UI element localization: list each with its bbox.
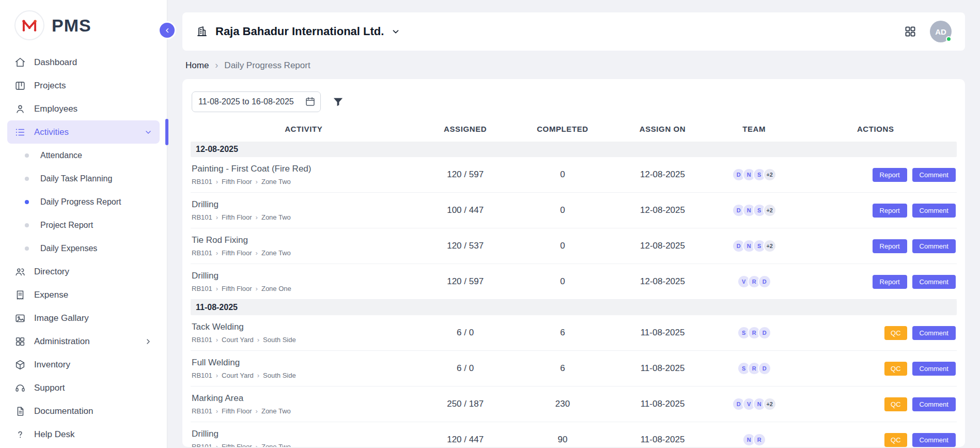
sidebar-item-support[interactable]: Support xyxy=(7,376,160,399)
activity-title[interactable]: Marking Area xyxy=(192,393,416,404)
assign-on-date: 12-08-2025 xyxy=(611,205,714,215)
user-avatar[interactable]: AD xyxy=(930,21,952,42)
chevron-right-icon: › xyxy=(216,249,218,257)
date-group-header: 12-08-2025 xyxy=(191,142,957,157)
report-button[interactable]: Report xyxy=(873,204,907,218)
qc-button[interactable]: QC xyxy=(884,326,907,340)
path-segment: South Side xyxy=(263,336,296,344)
comment-button[interactable]: Comment xyxy=(912,326,956,340)
qc-button[interactable]: QC xyxy=(884,433,907,447)
path-segment: Zone Two xyxy=(261,178,291,186)
activity-title[interactable]: Tack Welding xyxy=(192,322,416,332)
activity-cell: Tack WeldingRB101›Court Yard›South Side xyxy=(191,322,416,344)
sidebar-item-label: Documentation xyxy=(34,406,93,416)
row-actions: ReportComment xyxy=(795,239,957,253)
apps-grid-icon[interactable] xyxy=(904,25,916,38)
logo-mark-icon xyxy=(14,10,44,40)
comment-button[interactable]: Comment xyxy=(912,204,956,218)
path-segment: Fifth Floor xyxy=(222,178,252,186)
question-icon xyxy=(14,429,26,440)
team-avatars: DNS+2 xyxy=(714,239,795,253)
sidebar-item-image-gallery[interactable]: Image Gallary xyxy=(7,306,160,330)
qc-button[interactable]: QC xyxy=(884,362,907,376)
sidebar-subitem-daily-progress-report[interactable]: Daily Progress Report xyxy=(0,190,167,213)
sidebar-item-inventory[interactable]: Inventory xyxy=(7,353,160,376)
qc-button[interactable]: QC xyxy=(884,397,907,411)
breadcrumb-home-link[interactable]: Home xyxy=(185,60,209,71)
sidebar-item-label: Directory xyxy=(34,267,69,277)
activity-title[interactable]: Full Welding xyxy=(192,358,416,368)
activity-row: DrillingRB101›Fifth Floor›Zone One120 / … xyxy=(191,264,957,300)
filter-button[interactable] xyxy=(332,96,344,108)
column-header-assigned: ASSIGNED xyxy=(416,125,514,133)
comment-button[interactable]: Comment xyxy=(912,168,956,182)
sidebar-item-expense[interactable]: Expense xyxy=(7,283,160,306)
activity-title[interactable]: Tie Rod Fixing xyxy=(192,235,416,245)
activity-cell: Tie Rod FixingRB101›Fifth Floor›Zone Two xyxy=(191,235,416,257)
receipt-icon xyxy=(14,289,26,301)
activity-title[interactable]: Painting - First Coat (Fire Red) xyxy=(192,164,416,174)
report-button[interactable]: Report xyxy=(873,168,907,182)
sidebar-item-label: Help Desk xyxy=(34,429,74,440)
sidebar-item-activities[interactable]: Activities xyxy=(7,120,160,144)
sidebar-item-directory[interactable]: Directory xyxy=(7,260,160,283)
sidebar-subitem-daily-task-planning[interactable]: Daily Task Planning xyxy=(0,167,167,190)
sidebar-subitem-daily-expenses[interactable]: Daily Expenses xyxy=(0,237,167,260)
sidebar-item-employees[interactable]: Employees xyxy=(7,97,160,120)
topbar-actions: AD xyxy=(904,21,952,42)
assigned-value: 120 / 597 xyxy=(416,276,514,287)
sidebar-item-documentation[interactable]: Documentation xyxy=(7,399,160,423)
path-segment: RB101 xyxy=(192,407,212,415)
sidebar-item-administration[interactable]: Administration xyxy=(7,330,160,353)
chevron-right-icon: › xyxy=(256,213,258,221)
report-button[interactable]: Report xyxy=(873,239,907,253)
sidebar-item-dashboard[interactable]: Dashboard xyxy=(7,51,160,74)
team-avatar: D xyxy=(758,275,771,288)
completed-value: 0 xyxy=(514,241,611,251)
bullet-icon xyxy=(25,200,29,204)
assigned-value: 120 / 597 xyxy=(416,169,514,180)
report-card: ACTIVITY ASSIGNED COMPLETED ASSIGN ON TE… xyxy=(182,79,965,447)
sidebar-subitem-attendance[interactable]: Attendance xyxy=(0,144,167,167)
activity-title[interactable]: Drilling xyxy=(192,199,416,210)
row-actions: ReportComment xyxy=(795,168,957,182)
sidebar-collapse-button[interactable] xyxy=(160,23,175,38)
user-icon xyxy=(14,103,26,115)
sidebar-item-label: Inventory xyxy=(34,360,70,370)
comment-button[interactable]: Comment xyxy=(912,239,956,253)
assign-on-date: 11-08-2025 xyxy=(611,435,714,445)
path-segment: RB101 xyxy=(192,372,212,379)
sidebar-item-projects[interactable]: Projects xyxy=(7,74,160,97)
column-header-assign-on: ASSIGN ON xyxy=(611,125,714,133)
date-range-field xyxy=(192,91,321,112)
company-selector[interactable]: Raja Bahadur International Ltd. xyxy=(196,25,400,38)
comment-button[interactable]: Comment xyxy=(912,275,956,289)
sidebar-item-label: Projects xyxy=(34,81,66,91)
team-avatar: D xyxy=(758,326,771,339)
sidebar-subitem-project-report[interactable]: Project Report xyxy=(0,213,167,237)
date-range-input[interactable] xyxy=(192,91,321,112)
top-header-bar: Raja Bahadur International Ltd. AD xyxy=(182,12,965,51)
kanban-icon xyxy=(14,80,26,91)
activity-title[interactable]: Drilling xyxy=(192,271,416,281)
activity-cell: Painting - First Coat (Fire Red)RB101›Fi… xyxy=(191,164,416,186)
comment-button[interactable]: Comment xyxy=(912,433,956,447)
assigned-value: 6 / 0 xyxy=(416,363,514,374)
team-avatars: DVN+2 xyxy=(714,397,795,411)
activity-title[interactable]: Drilling xyxy=(192,429,416,439)
team-overflow-badge: +2 xyxy=(763,397,776,411)
sidebar-nav: Dashboard Projects Employees Activities … xyxy=(0,51,167,446)
team-avatars: SRD xyxy=(714,326,795,339)
row-actions: QCComment xyxy=(795,397,957,411)
sidebar-item-help-desk[interactable]: Help Desk xyxy=(7,423,160,446)
bullet-icon xyxy=(25,177,29,181)
report-button[interactable]: Report xyxy=(873,275,907,289)
assigned-value: 120 / 447 xyxy=(416,435,514,445)
sidebar-item-label: Image Gallary xyxy=(34,313,89,323)
comment-button[interactable]: Comment xyxy=(912,362,956,376)
assigned-value: 6 / 0 xyxy=(416,328,514,338)
path-segment: Fifth Floor xyxy=(222,443,252,447)
comment-button[interactable]: Comment xyxy=(912,397,956,411)
date-group-header: 11-08-2025 xyxy=(191,300,957,315)
path-segment: RB101 xyxy=(192,336,212,344)
